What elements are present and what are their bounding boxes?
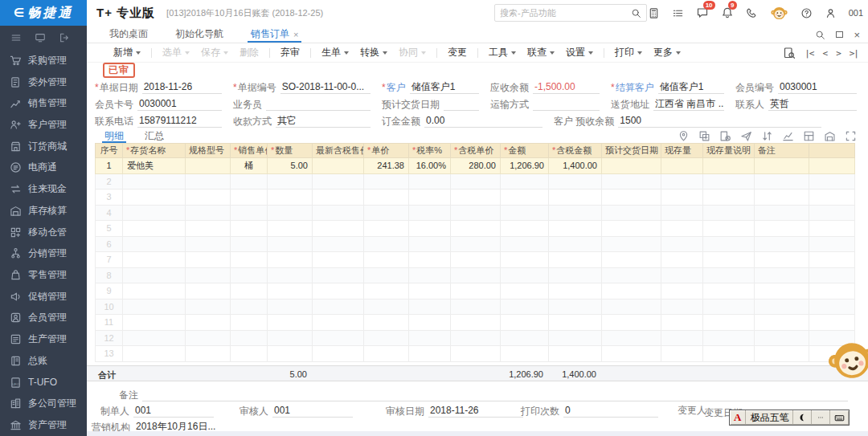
grid-cell[interactable] bbox=[451, 315, 501, 331]
sidebar-item-t-ufo[interactable]: UFOT-UFO bbox=[0, 372, 87, 393]
grid-cell[interactable] bbox=[602, 315, 661, 331]
field-value[interactable]: 0.00 bbox=[424, 114, 542, 128]
toolbar-button-打印[interactable]: 打印 bbox=[615, 46, 642, 59]
grid-cell[interactable] bbox=[501, 267, 549, 283]
grid-cell[interactable] bbox=[364, 173, 409, 189]
grid-cell[interactable] bbox=[313, 173, 364, 189]
tab-close-icon[interactable]: × bbox=[293, 30, 298, 39]
grid-cell[interactable] bbox=[364, 221, 409, 237]
toolbar-button-设置[interactable]: 设置 bbox=[566, 46, 593, 59]
field-value[interactable]: 江西省 南昌市 ... bbox=[653, 97, 724, 111]
calculator-icon[interactable] bbox=[648, 7, 660, 19]
grid-cell[interactable] bbox=[602, 267, 661, 283]
ime-fullhalf-icon[interactable] bbox=[793, 410, 812, 425]
grid-cell[interactable] bbox=[364, 205, 409, 221]
grid-cell[interactable] bbox=[123, 299, 186, 315]
service-monkey-icon[interactable] bbox=[770, 4, 788, 22]
search-icon[interactable] bbox=[631, 8, 641, 18]
grid-cell[interactable] bbox=[186, 236, 231, 252]
grid-cell[interactable]: 5.00 bbox=[268, 158, 313, 174]
search-input[interactable] bbox=[495, 8, 631, 18]
grid-cell[interactable] bbox=[661, 299, 703, 315]
field-value[interactable]: SO-2018-11-00-0... bbox=[280, 80, 371, 94]
grid-cell[interactable] bbox=[123, 252, 186, 268]
grid-cell[interactable] bbox=[409, 346, 451, 362]
grid-cell[interactable] bbox=[755, 299, 809, 315]
grid-cell[interactable]: 爱他美 bbox=[123, 158, 186, 174]
grid-cell[interactable] bbox=[602, 205, 661, 221]
grid-cell[interactable] bbox=[549, 189, 602, 206]
grid-cell[interactable] bbox=[661, 158, 703, 174]
grid-cell[interactable] bbox=[186, 330, 231, 346]
grid-cell[interactable] bbox=[703, 173, 755, 189]
grid-cell[interactable]: 1,400.00 bbox=[549, 158, 602, 174]
sidebar-item-outsourcing[interactable]: 委外管理 bbox=[0, 71, 87, 93]
grid-cell[interactable] bbox=[409, 189, 451, 206]
grid-cell[interactable] bbox=[451, 221, 501, 237]
grid-cell[interactable] bbox=[409, 267, 451, 283]
grid-cell[interactable] bbox=[186, 267, 231, 283]
grid-cell[interactable] bbox=[409, 283, 451, 299]
sidebar-item-membership[interactable]: 会员管理 bbox=[0, 308, 87, 329]
ime-keyboard-icon[interactable] bbox=[830, 410, 849, 425]
grid-cell[interactable] bbox=[703, 299, 755, 315]
grid-cell[interactable] bbox=[268, 252, 313, 268]
grid-cell[interactable] bbox=[755, 330, 809, 346]
field-value[interactable]: 001 bbox=[133, 404, 214, 418]
grid-cell[interactable] bbox=[809, 299, 855, 315]
grid-cell[interactable] bbox=[231, 173, 268, 189]
grid-cell[interactable] bbox=[703, 252, 755, 268]
grid-cell[interactable] bbox=[268, 267, 313, 283]
field-value[interactable] bbox=[533, 98, 600, 111]
grid-cell[interactable] bbox=[501, 283, 549, 299]
grid-cell[interactable] bbox=[451, 299, 501, 315]
grid-cell[interactable] bbox=[549, 315, 602, 331]
grid-cell[interactable] bbox=[268, 205, 313, 221]
exit-icon[interactable] bbox=[59, 32, 70, 43]
sidebar-item-multi-company[interactable]: 多公司管理 bbox=[0, 393, 87, 415]
send-icon[interactable] bbox=[740, 130, 752, 142]
grid-cell[interactable] bbox=[549, 236, 602, 252]
grid-cell[interactable] bbox=[661, 267, 703, 283]
grid-cell[interactable] bbox=[661, 221, 703, 237]
last-record-icon[interactable]: >| bbox=[850, 48, 858, 59]
grid-cell[interactable] bbox=[661, 346, 703, 362]
sidebar-item-production[interactable]: 生产管理 bbox=[0, 328, 87, 350]
sidebar-item-retail[interactable]: 零售管理 bbox=[0, 264, 87, 286]
grid-cell[interactable] bbox=[501, 173, 549, 189]
message-icon[interactable]: 10 bbox=[696, 6, 709, 19]
grid-cell[interactable] bbox=[602, 283, 661, 299]
grid-cell[interactable] bbox=[703, 158, 755, 174]
grid-cell[interactable] bbox=[364, 330, 409, 346]
grid-cell[interactable] bbox=[703, 267, 755, 283]
grid-cell[interactable] bbox=[809, 205, 855, 221]
grid-cell[interactable] bbox=[501, 205, 549, 221]
next-record-icon[interactable]: > bbox=[836, 48, 841, 59]
fullscreen-icon[interactable] bbox=[845, 130, 857, 142]
field-value[interactable]: 储值客户1 bbox=[410, 80, 479, 94]
ime-toolbar[interactable]: A 极品五笔 bbox=[729, 410, 850, 426]
grid-cell[interactable] bbox=[268, 189, 313, 206]
row-number-cell[interactable]: 4 bbox=[96, 205, 123, 221]
field-value[interactable]: 001 bbox=[272, 404, 353, 418]
grid-cell[interactable] bbox=[602, 158, 661, 174]
tab-sales-order[interactable]: 销售订单× bbox=[251, 26, 298, 43]
grid-cell[interactable] bbox=[661, 252, 703, 268]
field-value[interactable]: 0030001 bbox=[778, 80, 857, 94]
grid-cell[interactable] bbox=[268, 299, 313, 315]
grid-cell[interactable] bbox=[809, 236, 855, 252]
help-icon[interactable] bbox=[800, 7, 813, 19]
tab-init-nav[interactable]: 初始化导航 bbox=[175, 26, 223, 43]
toolbar-button-更多[interactable]: 更多 bbox=[653, 46, 681, 59]
grid-cell[interactable] bbox=[755, 158, 809, 174]
grid-cell[interactable] bbox=[186, 315, 231, 331]
grid-cell[interactable] bbox=[755, 236, 809, 252]
grid-cell[interactable] bbox=[231, 205, 268, 221]
grid-cell[interactable] bbox=[409, 315, 451, 331]
toolbar-button-工具[interactable]: 工具 bbox=[489, 46, 516, 59]
doc-search-icon[interactable] bbox=[783, 47, 796, 59]
row-number-cell[interactable]: 9 bbox=[96, 283, 123, 299]
grid-cell[interactable] bbox=[602, 252, 661, 268]
grid-cell[interactable] bbox=[549, 205, 602, 221]
sidebar-item-customer[interactable]: 客户管理 bbox=[0, 114, 87, 136]
